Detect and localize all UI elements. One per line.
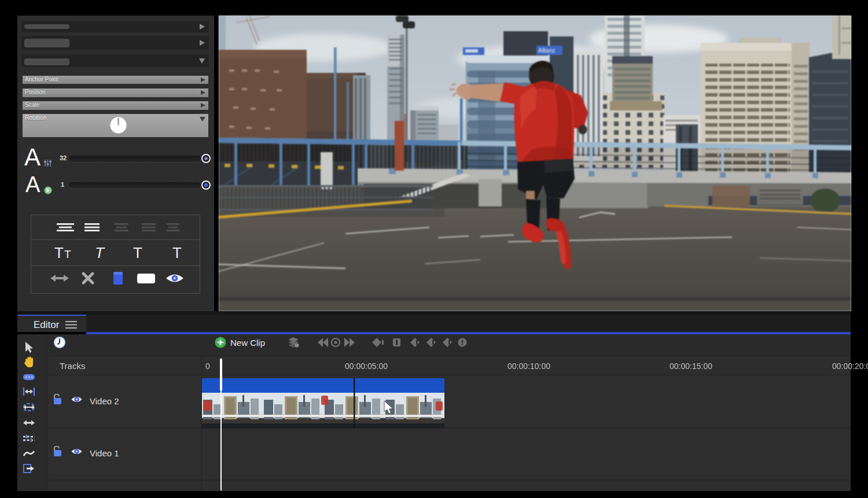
svg-text:T: T [133,244,142,261]
svg-text:T: T [95,244,105,261]
svg-text:T: T [172,244,182,261]
svg-text:T: T [54,244,64,261]
svg-text:T: T [64,248,71,260]
